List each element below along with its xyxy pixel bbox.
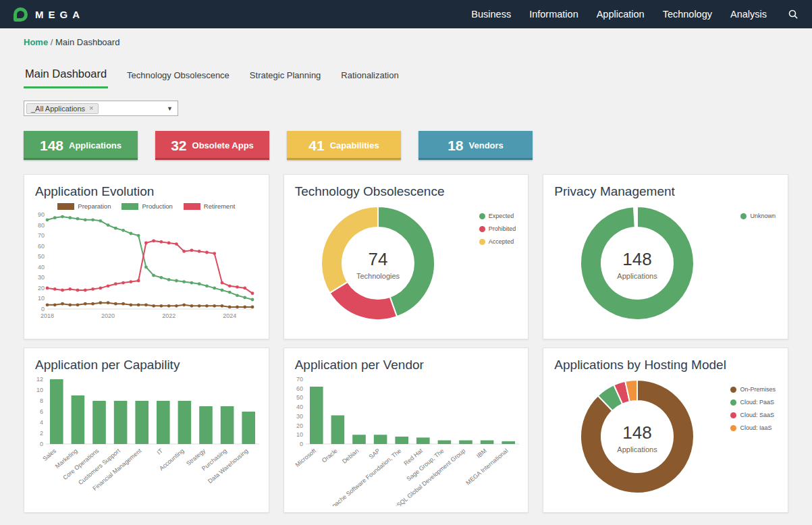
kpi-label: Vendors	[469, 140, 504, 150]
application-evolution-chart: PreparationProductionRetirement010203040…	[24, 202, 269, 323]
svg-text:2020: 2020	[101, 312, 115, 319]
tab-main-dashboard[interactable]: Main Dashboard	[24, 67, 108, 88]
legend-swatch-icon	[57, 203, 74, 210]
legend-item[interactable]: Accepted	[479, 238, 516, 245]
svg-text:50: 50	[296, 394, 303, 401]
chart-legend: On-PremisesCloud: PaaSCloud: SaaSCloud: …	[730, 386, 776, 499]
filter-chip[interactable]: _All Applications ×	[26, 103, 99, 114]
svg-text:0: 0	[300, 441, 303, 447]
legend-item[interactable]: Retirement	[184, 202, 235, 210]
nav-item-technology[interactable]: Technology	[663, 9, 712, 20]
svg-text:70: 70	[296, 376, 303, 383]
kpi-label: Applications	[69, 140, 121, 150]
legend-swatch-icon	[479, 239, 485, 245]
kpi-obsolete-apps[interactable]: 32 Obsolete Apps	[155, 131, 269, 160]
svg-text:20: 20	[38, 285, 45, 292]
svg-text:2018: 2018	[40, 312, 54, 319]
svg-text:Microsoft: Microsoft	[294, 447, 317, 468]
search-icon[interactable]	[788, 9, 799, 20]
svg-text:40: 40	[296, 404, 303, 410]
legend-label: Production	[142, 202, 172, 210]
legend-swatch-icon	[730, 399, 736, 406]
legend-label: Retirement	[204, 202, 235, 210]
dropdown-caret-icon: ▼	[167, 105, 173, 112]
remove-filter-icon[interactable]: ×	[89, 105, 93, 112]
chart-legend: Unknown	[740, 213, 776, 326]
svg-text:SAP: SAP	[367, 447, 381, 460]
legend-swatch-icon	[184, 203, 200, 210]
chart-legend: ExpectedProhibitedAccepted	[479, 213, 516, 326]
kpi-applications[interactable]: 148 Applications	[24, 131, 138, 160]
legend-item[interactable]: Cloud: SaaS	[730, 412, 776, 418]
nav-item-information[interactable]: Information	[529, 9, 578, 20]
panel-application-per-capability: Application per Capability 024681012Sale…	[24, 348, 269, 513]
privacy-management-chart: 148ApplicationsUnknown	[543, 200, 788, 326]
legend-item[interactable]: Prohibited	[479, 225, 516, 232]
tab-rationalization[interactable]: Rationalization	[340, 70, 400, 88]
svg-text:148: 148	[623, 422, 652, 443]
kpi-capabilities[interactable]: 41 Capabilities	[287, 131, 401, 160]
svg-text:2022: 2022	[162, 312, 175, 319]
legend-swatch-icon	[740, 213, 747, 219]
svg-text:30: 30	[38, 274, 45, 281]
panel-title: Application Evolution	[24, 175, 269, 200]
legend-item[interactable]: Cloud: IaaS	[730, 424, 776, 431]
svg-text:Sales: Sales	[41, 447, 57, 462]
breadcrumb-separator: /	[51, 37, 53, 47]
legend-item[interactable]: Preparation	[57, 202, 111, 210]
donut-chart-canvas: 148Applications	[574, 374, 700, 499]
legend-item[interactable]: Expected	[479, 213, 516, 219]
svg-text:12: 12	[36, 376, 43, 383]
legend-label: Preparation	[78, 202, 111, 210]
svg-text:4: 4	[40, 419, 43, 426]
nav-item-analysis[interactable]: Analysis	[730, 9, 767, 20]
application-per-vendor-chart: 010203040506070MicrosoftOracleDebianSAPA…	[284, 374, 529, 509]
svg-text:10: 10	[296, 431, 303, 438]
svg-text:Data Warehousing: Data Warehousing	[207, 447, 249, 485]
legend-label: Unknown	[750, 213, 776, 219]
svg-text:70: 70	[38, 232, 45, 239]
svg-text:50: 50	[38, 253, 45, 260]
breadcrumb: Home / Main Dashboard	[24, 37, 812, 47]
nav-item-business[interactable]: Business	[471, 9, 511, 20]
breadcrumb-home-link[interactable]: Home	[24, 37, 48, 47]
svg-text:60: 60	[296, 385, 303, 392]
panel-privacy-management: Privacy Management 148ApplicationsUnknow…	[543, 174, 788, 339]
legend-swatch-icon	[730, 425, 736, 431]
tab-bar: Main Dashboard Technology Obsolescence S…	[24, 67, 812, 88]
legend-item[interactable]: On-Premises	[730, 386, 776, 393]
magnifier-glyph	[788, 9, 799, 20]
panel-application-evolution: Application Evolution PreparationProduct…	[24, 174, 269, 339]
legend-label: Accepted	[489, 238, 514, 245]
svg-text:30: 30	[296, 413, 303, 420]
panel-title: Privacy Management	[543, 175, 788, 200]
legend-swatch-icon	[479, 226, 485, 232]
svg-text:Applications: Applications	[618, 445, 658, 453]
breadcrumb-current: Main Dashboard	[55, 37, 119, 47]
application-per-capability-chart: 024681012SalesMarketingCore OperationsCu…	[24, 374, 269, 509]
kpi-vendors[interactable]: 18 Vendors	[418, 131, 533, 160]
panel-title: Applications by Hosting Model	[543, 348, 788, 374]
applications-filter-select[interactable]: _All Applications × ▼	[24, 101, 178, 116]
tab-strategic-planning[interactable]: Strategic Planning	[248, 70, 323, 88]
legend-label: Cloud: IaaS	[740, 424, 772, 431]
svg-text:80: 80	[38, 222, 45, 229]
svg-text:8: 8	[40, 397, 43, 404]
svg-text:40: 40	[38, 264, 45, 271]
legend-item[interactable]: Cloud: PaaS	[730, 399, 776, 406]
nav-item-application[interactable]: Application	[597, 9, 645, 20]
panel-application-per-vendor: Application per Vendor 010203040506070Mi…	[283, 348, 529, 513]
kpi-value: 148	[40, 138, 63, 154]
svg-text:Debian: Debian	[341, 447, 360, 465]
legend-swatch-icon	[121, 203, 138, 210]
svg-text:IBM: IBM	[475, 447, 488, 460]
legend-item[interactable]: Production	[121, 202, 172, 210]
svg-text:60: 60	[38, 243, 45, 250]
tab-technology-obsolescence[interactable]: Technology Obsolescence	[126, 70, 231, 88]
legend-swatch-icon	[479, 213, 485, 219]
legend-item[interactable]: Unknown	[740, 213, 776, 219]
svg-text:90: 90	[38, 211, 45, 218]
kpi-label: Capabilities	[330, 140, 379, 150]
bar-chart-canvas: 010203040506070MicrosoftOracleDebianSAPA…	[290, 374, 522, 506]
svg-text:Technologies: Technologies	[356, 272, 400, 280]
